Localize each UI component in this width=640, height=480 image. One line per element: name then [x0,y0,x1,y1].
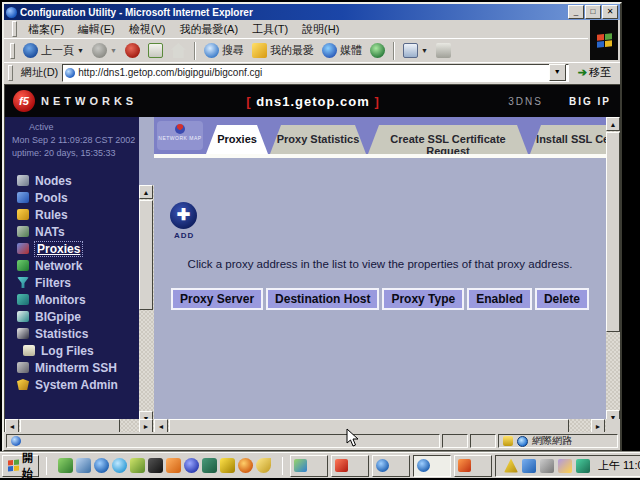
zone-label: 網際網路 [532,434,572,448]
start-button[interactable]: 開始 [2,455,39,477]
main-hscrollbar[interactable]: ◄ ► [154,419,606,432]
sidebar-item-rules[interactable]: Rules [5,206,139,223]
home-button[interactable] [167,41,190,60]
task-button-5[interactable] [454,455,492,477]
quicklaunch-icon-10[interactable] [220,458,235,473]
col-delete: Delete [535,288,589,310]
scroll-right-icon[interactable]: ► [139,419,153,432]
refresh-button[interactable] [144,41,167,60]
quick-launch [54,458,275,473]
sidebar-hscrollbar[interactable]: ◄ ► [5,419,154,432]
scroll-up-icon[interactable]: ▲ [139,185,153,199]
quicklaunch-icon-11[interactable] [238,458,253,473]
mail-button[interactable]: ▼ [399,41,432,60]
quicklaunch-icon-6[interactable] [148,458,163,473]
menu-edit[interactable]: 編輯(E) [71,21,122,38]
sidebar-item-nats[interactable]: NATs [5,223,139,240]
quicklaunch-icon-3[interactable] [94,458,109,473]
quicklaunch-icon-5[interactable] [130,458,145,473]
menu-tools[interactable]: 工具(T) [245,21,295,38]
menu-favorites[interactable]: 我的最愛(A) [172,21,245,38]
sidebar-item-system-admin[interactable]: System Admin [5,376,139,393]
go-button[interactable]: ➔ 移至 [573,64,616,81]
sidebar-vscrollbar[interactable]: ▲ ▼ [139,185,154,425]
sidebar-item-logfiles[interactable]: Log Files [5,342,139,359]
forward-dropdown-icon[interactable]: ▼ [110,47,117,54]
sidebar-item-pools[interactable]: Pools [5,189,139,206]
back-button[interactable]: 上一頁 ▼ [19,41,88,60]
favorites-button[interactable]: 我的最愛 [248,41,318,60]
toolbar-grip-3[interactable] [8,65,13,81]
title-bar[interactable]: Configuration Utility - Microsoft Intern… [4,4,620,20]
search-button[interactable]: 搜尋 [200,41,248,60]
proxy-table-header: Proxy Server Destination Host Proxy Type… [154,288,606,310]
minimize-button[interactable]: _ [568,5,584,19]
maximize-button[interactable]: □ [585,5,601,19]
mail-dropdown-icon[interactable]: ▼ [421,47,428,54]
network-map-button[interactable]: NETWORK MAP [157,121,203,150]
print-button[interactable] [432,41,455,60]
page-viewport: f5 NETWORKS [ dns1.getop.com ] 3DNS BIG … [4,84,620,432]
scroll-thumb[interactable] [606,132,620,332]
stop-button[interactable] [121,41,144,60]
task-button-4[interactable] [413,455,451,477]
scroll-thumb[interactable] [169,419,569,432]
tray-icon-1[interactable] [504,459,518,473]
scroll-left-icon[interactable]: ◄ [5,419,19,432]
quicklaunch-icon-4[interactable] [112,458,127,473]
tab-proxy-statistics[interactable]: Proxy Statistics [270,125,366,154]
scroll-thumb[interactable] [139,200,153,310]
sidebar-item-network[interactable]: Network [5,257,139,274]
tab-proxies[interactable]: Proxies [206,125,268,154]
link-3dns[interactable]: 3DNS [508,96,543,107]
sidebar-item-proxies[interactable]: Proxies [5,240,139,257]
quicklaunch-icon-9[interactable] [202,458,217,473]
sidebar-item-mindterm-ssh[interactable]: Mindterm SSH [5,359,139,376]
sidebar-item-filters[interactable]: Filters [5,274,139,291]
tray-icon-4[interactable] [558,459,572,473]
add-proxy-button[interactable]: ✚ [170,202,197,229]
scroll-left-icon[interactable]: ◄ [154,419,168,432]
address-input[interactable] [78,67,546,78]
sidebar-item-nodes[interactable]: Nodes [5,172,139,189]
tab-create-ssl-cert[interactable]: Create SSL Certificate Request [368,125,528,154]
menu-file[interactable]: 檔案(F) [21,21,71,38]
tray-icon-2[interactable] [522,459,536,473]
address-dropdown-icon[interactable]: ▼ [549,64,566,81]
close-button[interactable]: ✕ [602,5,618,19]
scroll-thumb[interactable] [20,419,120,432]
sidebar: Active Mon Sep 2 11:09:28 CST 2002 uptim… [5,117,139,419]
toolbar-grip-2[interactable] [10,43,15,59]
system-tray: 上午 11:00 [495,455,640,477]
forward-button[interactable]: ▼ [88,41,121,60]
quicklaunch-icon-1[interactable] [58,458,73,473]
link-bigip[interactable]: BIG IP [569,96,611,107]
menu-view[interactable]: 檢視(V) [122,21,173,38]
quicklaunch-icon-2[interactable] [76,458,91,473]
scroll-right-icon[interactable]: ► [591,419,605,432]
task-button-2[interactable] [331,455,369,477]
history-button[interactable] [366,41,389,60]
quicklaunch-icon-7[interactable] [166,458,181,473]
tray-icon-3[interactable] [540,459,554,473]
sidebar-item-statistics[interactable]: Statistics [5,325,139,342]
tray-icon-5[interactable] [576,459,590,473]
sidebar-item-bigpipe[interactable]: BIGpipe [5,308,139,325]
quicklaunch-icon-8[interactable] [184,458,199,473]
taskbar-clock[interactable]: 上午 11:00 [598,458,640,473]
task-button-3[interactable] [372,455,410,477]
taskbar: 開始 [0,452,640,478]
sidebar-item-monitors[interactable]: Monitors [5,291,139,308]
quicklaunch-icon-12[interactable] [256,458,271,473]
back-dropdown-icon[interactable]: ▼ [77,47,84,54]
tab-install-ssl-cert[interactable]: Install SSL Certif [530,125,606,154]
print-icon [436,43,451,58]
scroll-up-icon[interactable]: ▲ [606,117,620,131]
toolbar-grip[interactable] [12,21,17,37]
task-button-1[interactable] [290,455,328,477]
page-icon [65,68,75,78]
menu-help[interactable]: 說明(H) [295,21,346,38]
media-button[interactable]: 媒體 [318,41,366,60]
address-combobox[interactable]: ▼ [62,64,569,82]
main-vscrollbar[interactable]: ▲ ▼ [606,117,620,425]
